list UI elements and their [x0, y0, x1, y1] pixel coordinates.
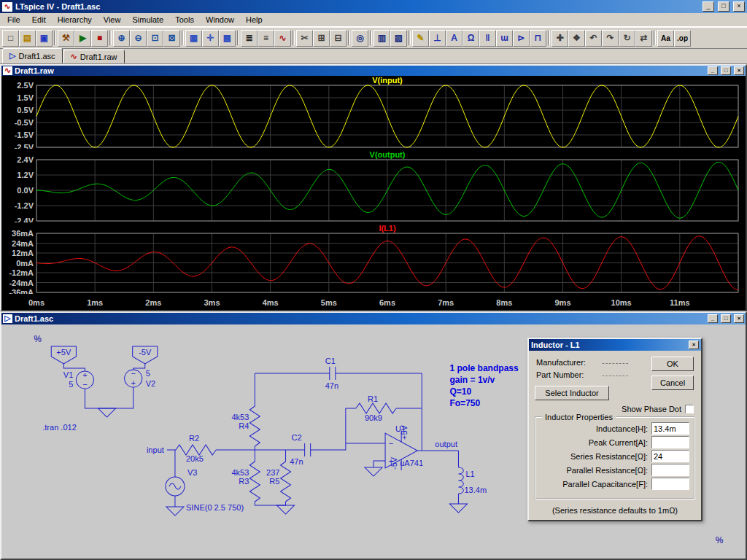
plot-window-titlebar[interactable]: ∿ Draft1.raw _ □ ×: [1, 66, 746, 76]
v1-voltage-source[interactable]: + − V1 5: [63, 370, 94, 389]
parallel-resistance-input[interactable]: [651, 464, 689, 476]
zoom-area-button[interactable]: ⊡: [147, 30, 163, 47]
spice-directive-button[interactable]: .op: [674, 30, 691, 47]
show-phase-dot-checkbox[interactable]: [685, 405, 694, 413]
view-error-log-button[interactable]: ≡: [258, 30, 274, 47]
menu-hierarchy[interactable]: Hierarchy: [52, 14, 98, 26]
waveform-pane-il1[interactable]: 36mA24mA12mA0mA-12mA-24mA-36mAI(L1): [1, 224, 746, 295]
zoom-in-button[interactable]: ⊕: [113, 30, 130, 47]
ground-symbol[interactable]: [98, 408, 116, 417]
plot-pane-svg[interactable]: 2.5V1.5V0.5V-0.5V-1.5V-2.5VV(input): [1, 76, 746, 149]
dialog-close-button[interactable]: ×: [689, 341, 699, 349]
schematic-minimize-button[interactable]: _: [708, 314, 718, 323]
autorange-button[interactable]: ▩: [219, 30, 236, 47]
print-button[interactable]: ▨: [390, 30, 407, 47]
output-net-label[interactable]: output: [435, 440, 457, 448]
tran-directive[interactable]: .tran .012: [42, 423, 77, 432]
waveform-pane-vinput[interactable]: 2.5V1.5V0.5V-0.5V-1.5V-2.5VV(input): [1, 76, 746, 150]
menu-simulate[interactable]: Simulate: [126, 14, 169, 26]
r4-resistor[interactable]: 4k53 R4: [231, 406, 260, 446]
ground-symbol[interactable]: [276, 505, 294, 514]
ground-symbol[interactable]: [166, 507, 184, 516]
rotate-button[interactable]: ↻: [619, 30, 635, 47]
copy-button[interactable]: ⊞: [313, 30, 330, 47]
pan-button[interactable]: ✛: [202, 30, 219, 47]
view-netlist-button[interactable]: ≣: [241, 30, 258, 47]
resistor-tool-button[interactable]: Ω: [462, 30, 479, 47]
zoom-out-button[interactable]: ⊖: [130, 30, 147, 47]
menu-tools[interactable]: Tools: [169, 14, 200, 26]
plot-pane-svg[interactable]: 2.4V1.2V0.0V-1.2V-2.4VV(output): [1, 150, 746, 222]
cancel-button[interactable]: Cancel: [651, 376, 694, 390]
series-resistance-input[interactable]: [651, 450, 689, 462]
v2-voltage-source[interactable]: − + 5 V2: [125, 369, 156, 388]
save-file-button[interactable]: ▣: [36, 30, 53, 47]
component-tool-button[interactable]: ⊓: [530, 30, 546, 47]
plot-pane-svg[interactable]: 36mA24mA12mA0mA-12mA-24mA-36mAI(L1): [1, 224, 746, 294]
app-maximize-button[interactable]: □: [718, 1, 729, 12]
waveform-plot-area[interactable]: 2.5V1.5V0.5V-0.5V-1.5V-2.5VV(input) 2.4V…: [1, 76, 746, 310]
app-minimize-button[interactable]: _: [703, 1, 714, 12]
redo-button[interactable]: ↷: [602, 30, 619, 47]
menu-edit[interactable]: Edit: [26, 14, 52, 26]
menu-help[interactable]: Help: [240, 14, 268, 26]
net-label-tool-button[interactable]: A: [446, 30, 462, 47]
text-tool-button[interactable]: Aa: [657, 30, 674, 47]
plot-close-button[interactable]: ×: [734, 66, 744, 75]
rail-flag-minus5[interactable]: -5V: [133, 346, 158, 364]
schematic-restore-button[interactable]: □: [721, 314, 731, 323]
inductance-input[interactable]: [651, 422, 689, 435]
ground-symbol[interactable]: [365, 467, 382, 476]
app-close-button[interactable]: ×: [733, 1, 745, 12]
schematic-close-button[interactable]: ×: [734, 314, 744, 323]
open-file-button[interactable]: ▤: [19, 30, 36, 47]
waveform-pane-voutput[interactable]: 2.4V1.2V0.0V-1.2V-2.4VV(output): [1, 150, 746, 224]
move-tool-button[interactable]: ✚: [551, 30, 568, 47]
parallel-capacitance-input[interactable]: [651, 478, 689, 490]
undo-button[interactable]: ↶: [585, 30, 602, 47]
inductor-tool-button[interactable]: ɯ: [496, 30, 513, 47]
capacitor-tool-button[interactable]: ‖: [479, 30, 496, 47]
input-net-label[interactable]: input: [147, 446, 164, 454]
new-schematic-button[interactable]: □: [2, 30, 19, 47]
zoom-full-extents-button[interactable]: ⊠: [163, 30, 180, 47]
menu-window[interactable]: Window: [200, 14, 240, 26]
dialog-titlebar[interactable]: Inductor - L1 ×: [529, 339, 701, 351]
visible-traces-button[interactable]: ∿: [274, 30, 291, 47]
l1-inductor[interactable]: L1 13.4m: [458, 467, 487, 494]
plot-window-title: Draft1.raw: [15, 66, 705, 75]
app-titlebar[interactable]: ∿ LTspice IV - Draft1.asc _ □ ×: [0, 0, 747, 13]
run-button[interactable]: ▶: [74, 30, 91, 47]
rail-flag-plus5[interactable]: +5V: [51, 346, 76, 364]
wire-tool-button[interactable]: ✎: [412, 30, 429, 47]
peak-current-input[interactable]: [651, 436, 689, 448]
r3-resistor[interactable]: 4k53 R3: [231, 462, 260, 502]
plot-restore-button[interactable]: □: [721, 66, 731, 75]
drag-tool-button[interactable]: ❖: [568, 30, 585, 47]
schematic-canvas[interactable]: +5V -5V + − V1 5 − +: [1, 324, 746, 559]
r5-resistor[interactable]: 237 R5: [266, 462, 290, 502]
ok-button[interactable]: OK: [651, 357, 694, 371]
paste-button[interactable]: ⊟: [330, 30, 347, 47]
show-grid-button[interactable]: ▦: [185, 30, 202, 47]
schematic-window-titlebar[interactable]: ▷ Draft1.asc _ □ ×: [1, 313, 746, 324]
control-panel-button[interactable]: ⚒: [58, 30, 74, 47]
tab-draft1-raw[interactable]: ∿ Draft1.raw: [63, 50, 125, 63]
u1-opamp[interactable]: − + U1 uA741 +5V -5V: [385, 424, 423, 470]
print-preview-button[interactable]: ▥: [374, 30, 390, 47]
ground-tool-button[interactable]: ⊥: [429, 30, 446, 47]
halt-button[interactable]: ■: [91, 30, 108, 47]
waveform-window-icon: ∿: [3, 66, 12, 75]
menu-view[interactable]: View: [98, 14, 127, 26]
tab-draft1-asc[interactable]: ▷ Draft1.asc: [2, 48, 63, 63]
ground-symbol[interactable]: [449, 504, 467, 513]
menu-file[interactable]: File: [1, 14, 26, 26]
select-inductor-button[interactable]: Select Inductor: [535, 386, 609, 400]
mirror-button[interactable]: ⇄: [635, 30, 652, 47]
plot-minimize-button[interactable]: _: [708, 66, 718, 75]
r1-resistor[interactable]: R1 90k9: [356, 394, 396, 422]
find-button[interactable]: ◎: [352, 30, 368, 47]
diode-tool-button[interactable]: ⊳: [513, 30, 530, 47]
cut-button[interactable]: ✂: [296, 30, 313, 47]
r2-resistor[interactable]: R2 20k5: [176, 434, 216, 463]
